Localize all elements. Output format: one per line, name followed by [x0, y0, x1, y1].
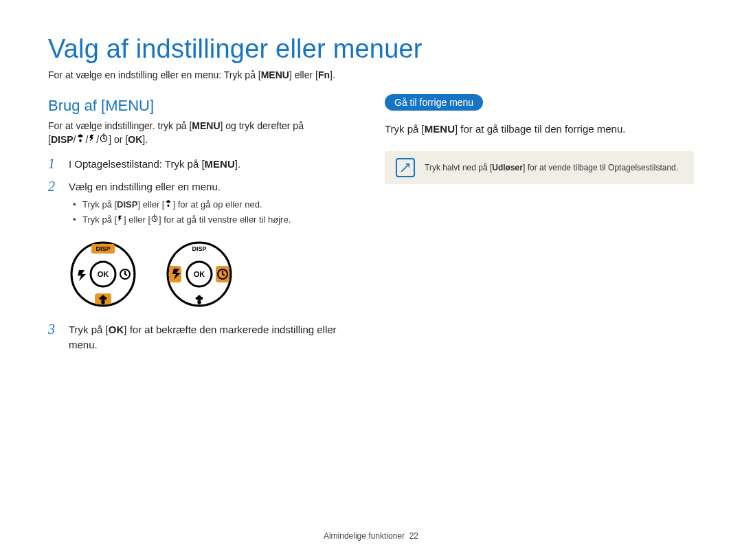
step-number: 2 — [48, 179, 60, 228]
step-row: 2 Vælg en indstilling eller en menu. Try… — [48, 179, 357, 228]
step-body: Vælg en indstilling eller en menu. Tryk … — [69, 179, 291, 228]
step-row: 1 I Optagelsestilstand: Tryk på [MENU]. — [48, 157, 357, 172]
disp-label: DISP — [51, 134, 74, 145]
note-box: Tryk halvt ned på [Udløser] for at vende… — [385, 151, 694, 184]
page-number: 22 — [409, 531, 418, 541]
intro-text: For at vælge en indstilling eller en men… — [48, 69, 694, 80]
flash-icon — [117, 214, 124, 225]
menu-label: MENU — [192, 120, 220, 131]
dial-icon: OK DISP — [69, 240, 137, 309]
section-heading: Brug af [MENU] — [48, 97, 357, 115]
disp-label: DISP — [95, 245, 110, 252]
note-text: Tryk halvt ned på [Udløser] for at vende… — [425, 163, 678, 172]
step-row: 3 Tryk på [OK] for at bekræfte den marke… — [48, 322, 357, 352]
menu-label: MENU — [261, 69, 289, 80]
ok-label: OK — [128, 134, 142, 145]
ok-label: OK — [98, 270, 109, 278]
ok-label: OK — [194, 270, 205, 278]
flash-icon — [88, 134, 96, 145]
list-item: Tryk på [DISP] eller [] for at gå op ell… — [73, 199, 291, 212]
flower-icon — [76, 134, 85, 145]
timer-icon — [150, 214, 159, 225]
ok-label: OK — [109, 324, 124, 335]
step-body: I Optagelsestilstand: Tryk på [MENU]. — [69, 157, 240, 172]
steps-list: 1 I Optagelsestilstand: Tryk på [MENU]. … — [48, 157, 357, 352]
content-columns: Brug af [MENU] For at vælge indstillinge… — [48, 94, 694, 360]
page-title: Valg af indstillinger eller menuer — [48, 34, 694, 64]
shutter-label: Udløser — [492, 163, 523, 172]
fn-label: Fn — [318, 69, 330, 80]
step-number: 3 — [48, 322, 60, 352]
menu-label: MENU — [205, 158, 235, 170]
disp-label: DISP — [117, 199, 137, 210]
note-icon — [396, 158, 415, 177]
section-pill: Gå til forrige menu — [385, 94, 483, 111]
dial-row: OK DISP — [69, 240, 357, 309]
right-body-text: Tryk på [MENU] for at gå tilbage til den… — [385, 122, 694, 137]
left-column: Brug af [MENU] For at vælge indstillinge… — [48, 94, 357, 360]
timer-icon — [99, 134, 109, 145]
right-column: Gå til forrige menu Tryk på [MENU] for a… — [385, 94, 694, 360]
bullet-list: Tryk på [DISP] eller [] for at gå op ell… — [73, 199, 291, 227]
disp-label: DISP — [192, 245, 206, 252]
step-body: Tryk på [OK] for at bekræfte den markere… — [69, 322, 357, 352]
page-footer: Almindelige funktioner 22 — [0, 531, 742, 541]
dial-icon: OK DISP — [165, 240, 234, 309]
flower-icon — [164, 199, 172, 210]
step-number: 1 — [48, 157, 60, 172]
menu-label: MENU — [425, 123, 455, 135]
sub-intro: For at vælge indstillinger. tryk på [MEN… — [48, 119, 357, 147]
manual-page: Valg af indstillinger eller menuer For a… — [0, 0, 742, 560]
list-item: Tryk på [] eller [] for at gå til venstr… — [73, 214, 291, 227]
